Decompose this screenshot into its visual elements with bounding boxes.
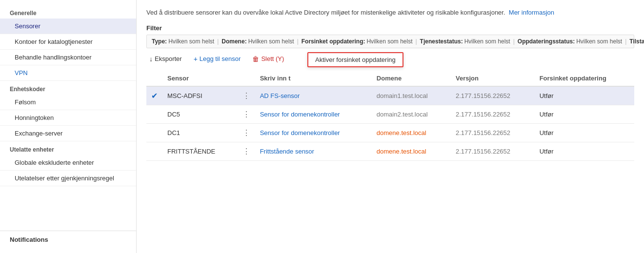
sensor-type-4[interactable]: Frittstående sensor [255,142,372,160]
col-forsinket: Forsinket oppdatering [535,71,634,86]
add-sensor-button[interactable]: + Legg til sensor [191,53,244,65]
col-select [146,71,162,86]
sensor-name-4[interactable]: FRITTSTÅENDE [162,142,238,160]
col-skriv: Skriv inn t [255,71,372,86]
sidebar: Generelle Sensorer Kontoer for katalogtj… [0,0,137,253]
sidebar-item-honningtoken[interactable]: Honningtoken [0,110,136,126]
row-menu-4[interactable]: ⋮ [238,142,255,160]
sidebar-item-vpn[interactable]: VPN [0,65,136,81]
sidebar-section-generelle: Generelle [0,5,136,19]
sidebar-notifications-label: Notifications [0,231,136,248]
sensor-type-3[interactable]: Sensor for domenekontroller [255,123,372,142]
sidebar-item-globale[interactable]: Globale ekskluderte enheter [0,155,136,171]
row-check-3[interactable] [146,123,162,142]
export-button[interactable]: ↓ Eksporter [146,53,185,65]
table-row: ✔ MSC-ADFSI ⋮ AD FS-sensor domain1.test.… [146,86,634,105]
table-row: DC5 ⋮ Sensor for domenekontroller domain… [146,105,634,123]
filter-bar: Type: Hvilken som helst | Domene: Hvilke… [146,35,634,48]
export-label: Eksporter [155,55,182,62]
sensor-type-2[interactable]: Sensor for domenekontroller [255,105,372,123]
sensor-version-3: 2.177.15156.22652 [451,123,535,142]
sidebar-item-utelatelser[interactable]: Utelatelser etter gjenkjenningsregel [0,171,136,186]
sensor-forsinket-3: Utfør [535,123,634,142]
filter-tilstandsstatus[interactable]: Tilstandsstatus: Hvilken som helst [629,38,644,45]
row-check-1[interactable]: ✔ [146,86,162,105]
sensor-forsinket-2: Utfør [535,105,634,123]
sensor-domain-3[interactable]: domene.test.local [372,123,451,142]
row-check-4[interactable] [146,142,162,160]
sensor-version-1: 2.177.15156.22652 [451,86,535,105]
col-domene: Domene [372,71,451,86]
info-link[interactable]: Mer informasjon [509,9,554,16]
row-menu-2[interactable]: ⋮ [238,105,255,123]
sensor-domain-4[interactable]: domene.test.local [372,142,451,160]
sensor-domain-1: domain1.test.local [372,86,451,105]
toolbar: ↓ Eksporter + Legg til sensor 🗑 Slett (Y… [146,53,634,65]
main-content: Ved å distribuere sensorer kan du overvå… [137,0,644,253]
table-row: FRITTSTÅENDE ⋮ Frittstående sensor domen… [146,142,634,160]
row-menu-3[interactable]: ⋮ [238,123,255,142]
filter-tjenestestatus[interactable]: Tjenestestatus: Hvilken som helst [420,38,510,45]
table-row: DC1 ⋮ Sensor for domenekontroller domene… [146,123,634,142]
sidebar-item-exchange[interactable]: Exchange-server [0,126,136,141]
sensor-type-1[interactable]: AD FS-sensor [255,86,372,105]
add-icon: + [194,55,198,63]
export-icon: ↓ [149,55,153,63]
sidebar-item-kontoer[interactable]: Kontoer for katalogtjenester [0,34,136,50]
sensor-domain-2: domain2.test.local [372,105,451,123]
info-text-content: Ved å distribuere sensorer kan du overvå… [146,9,505,16]
filter-label: Filter [146,24,634,32]
info-text: Ved å distribuere sensorer kan du overvå… [146,8,634,18]
filter-type[interactable]: Type: Hvilken som helst [152,38,214,45]
filter-forsinket[interactable]: Forsinket oppdatering: Hvilken som helst [302,38,413,45]
sidebar-section-utelatte: Utelatte enheter [0,141,136,155]
sidebar-item-handlingskontoer[interactable]: Behandle handlingskontoer [0,50,136,65]
filter-section: Filter Type: Hvilken som helst | Domene:… [146,24,634,48]
sensor-version-2: 2.177.15156.22652 [451,105,535,123]
row-menu-1[interactable]: ⋮ [238,86,255,105]
sensor-table: Sensor Skriv inn t Domene Versjon Forsin… [146,71,634,161]
add-label: Legg til sensor [200,55,241,62]
sensor-forsinket-4: Utfør [535,142,634,160]
sensor-name-3[interactable]: DC1 [162,123,238,142]
delete-label: Slett (Y) [261,55,284,62]
sensor-name-2[interactable]: DC5 [162,105,238,123]
filter-domene[interactable]: Domene: Hvilken som helst [221,38,294,45]
delete-icon: 🗑 [252,55,259,63]
col-menu [238,71,255,86]
sensor-forsinket-1: Utfør [535,86,634,105]
col-versjon: Versjon [451,71,535,86]
delete-button[interactable]: 🗑 Slett (Y) [249,53,287,65]
sidebar-section-enhetskoder: Enhetskoder [0,81,136,95]
col-sensor: Sensor [162,71,238,86]
filter-oppdateringsstatus[interactable]: Oppdateringsstatus: Hvilken som helst [518,38,622,45]
popup-aktiver[interactable]: Aktiver forsinket oppdatering [307,52,403,67]
row-check-2[interactable] [146,105,162,123]
sensor-version-4: 2.177.15156.22652 [451,142,535,160]
sidebar-item-sensorer[interactable]: Sensorer [0,19,136,34]
sidebar-item-folsom[interactable]: Følsom [0,95,136,110]
sensor-name-1[interactable]: MSC-ADFSI [162,86,238,105]
